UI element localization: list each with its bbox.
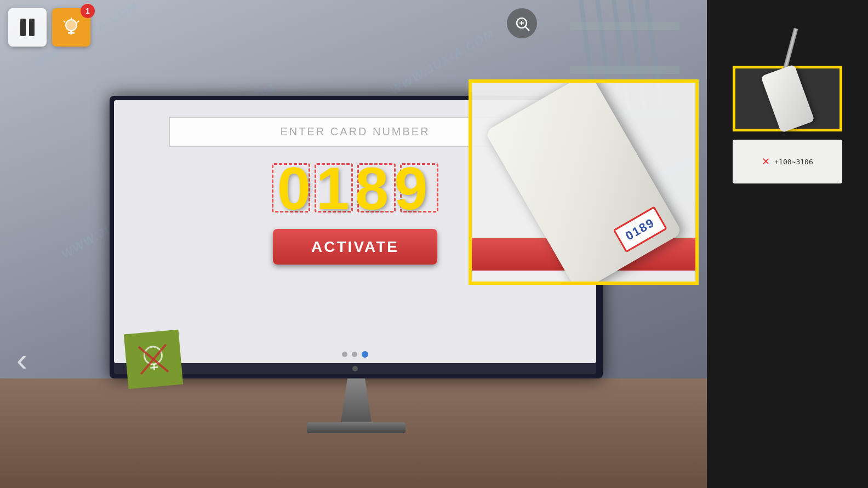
pause-button[interactable]	[8, 8, 47, 47]
monitor-dot	[352, 366, 358, 371]
inventory-card-item[interactable]	[733, 66, 842, 131]
hint-count-badge: 1	[81, 4, 95, 18]
dot-3[interactable]	[362, 351, 368, 358]
monitor-base	[307, 422, 406, 433]
pause-bar-left	[20, 19, 26, 36]
svg-point-8	[144, 346, 163, 365]
note-text: +100~3106	[774, 158, 813, 166]
monitor-bezel	[114, 363, 596, 374]
inventory-note-item[interactable]: ✕ +100~3106	[733, 140, 842, 183]
crossed-lightbulb-icon	[133, 338, 174, 380]
svg-line-12	[139, 345, 168, 374]
sticky-note[interactable]	[124, 330, 183, 389]
card-popup[interactable]: TE 0189	[469, 79, 699, 285]
back-arrow-button[interactable]: ‹	[16, 341, 27, 378]
top-ui: 1	[8, 8, 90, 47]
zoom-button[interactable]	[507, 8, 537, 38]
pause-bar-right	[29, 19, 35, 36]
pagination-dots	[342, 351, 368, 358]
activate-button[interactable]: ACTIVATE	[273, 229, 437, 265]
svg-line-10	[150, 367, 158, 368]
hint-button[interactable]: 1	[52, 8, 90, 47]
code-display: 0189	[272, 163, 438, 213]
card-number-display: 0189	[623, 215, 657, 243]
lightbulb-icon	[60, 16, 82, 38]
dot-2[interactable]	[352, 352, 357, 357]
card-input-placeholder: ENTER CARD NUMBER	[280, 125, 430, 138]
monitor-stand	[334, 378, 378, 422]
activate-label: ACTIVATE	[311, 238, 399, 256]
card-number-box: 0189	[613, 206, 667, 252]
svg-point-13	[66, 20, 77, 31]
zoom-icon	[514, 15, 530, 32]
svg-line-17	[64, 21, 65, 22]
svg-line-18	[77, 21, 79, 22]
dot-1[interactable]	[342, 352, 347, 357]
svg-rect-5	[570, 22, 679, 30]
mini-id-card	[761, 64, 815, 133]
code-value: 0189	[277, 153, 433, 223]
right-panel: ✕ +100~3106	[707, 0, 868, 488]
pause-icon	[20, 19, 35, 36]
svg-line-20	[526, 27, 529, 31]
x-mark-icon: ✕	[762, 156, 770, 168]
svg-rect-6	[570, 66, 679, 74]
